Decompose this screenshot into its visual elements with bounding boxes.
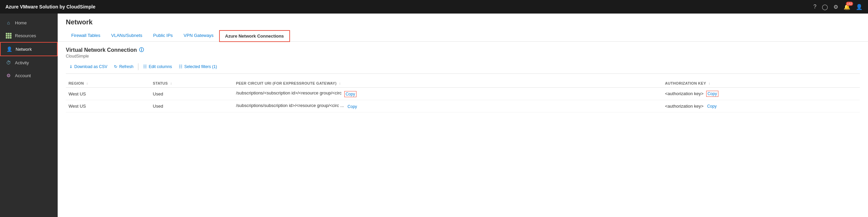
page-header: Network Firewall Tables VLANs/Subnets Pu…: [58, 14, 868, 42]
account-icon[interactable]: 👤: [856, 4, 863, 10]
sidebar-label-home: Home: [15, 20, 27, 25]
col-region: REGION ↕: [66, 79, 150, 88]
tabs: Firewall Tables VLANs/Subnets Public IPs…: [66, 30, 860, 41]
settings-icon[interactable]: ⚙: [833, 4, 838, 10]
refresh-icon: ↻: [114, 64, 117, 69]
app-layout: ⌂ Home Resources 👤 Network ⏱ Activity ⚙ …: [0, 14, 868, 217]
cell-status-1: Used: [150, 88, 233, 100]
sidebar: ⌂ Home Resources 👤 Network ⏱ Activity ⚙ …: [0, 14, 58, 217]
copy-auth-button-2[interactable]: Copy: [706, 104, 718, 109]
sidebar-item-home[interactable]: ⌂ Home: [0, 16, 58, 29]
sidebar-label-account: Account: [15, 73, 31, 78]
toolbar-separator: [138, 63, 138, 70]
cell-status-2: Used: [150, 100, 233, 112]
cell-auth-2: <authorization key> Copy: [662, 100, 860, 112]
table-body: West US Used /subscriptions/<subscriptio…: [66, 88, 860, 112]
col-status: STATUS ↕: [150, 79, 233, 88]
edit-columns-button[interactable]: ☷ Edit columns: [140, 63, 175, 71]
activity-icon: ⏱: [5, 60, 12, 66]
table-row: West US Used /subscriptions/<subscriptio…: [66, 88, 860, 100]
sidebar-item-account[interactable]: ⚙ Account: [0, 69, 58, 82]
table-row: West US Used /subscriptions/subscription…: [66, 100, 860, 112]
auth-key-text-1: <authorization key>: [665, 91, 703, 96]
sidebar-label-network: Network: [16, 47, 32, 52]
copy-peer-button-2[interactable]: Copy: [347, 104, 358, 109]
download-csv-button[interactable]: ⇓ Download as CSV: [66, 63, 111, 71]
sidebar-item-resources[interactable]: Resources: [0, 29, 58, 42]
sidebar-label-resources: Resources: [15, 33, 36, 38]
toolbar: ⇓ Download as CSV ↻ Refresh ☷ Edit colum…: [66, 63, 860, 74]
col-auth-key: AUTHORIZATION KEY ↕: [662, 79, 860, 88]
sort-status-icon[interactable]: ↕: [170, 82, 172, 85]
peer-uri-text-1: /subscriptions/<subscription id>/<resour…: [236, 90, 342, 95]
columns-icon: ☷: [143, 64, 147, 69]
tab-publicips[interactable]: Public IPs: [148, 30, 178, 41]
filter-icon: ☷: [179, 64, 182, 69]
section-subtitle: CloudSimple: [66, 54, 860, 59]
cell-region-2: West US: [66, 100, 150, 112]
sidebar-item-activity[interactable]: ⏱ Activity: [0, 56, 58, 69]
tab-vlans[interactable]: VLANs/Subnets: [106, 30, 148, 41]
topbar: Azure VMware Solution by CloudSimple ? ◯…: [0, 0, 868, 14]
main-content: Network Firewall Tables VLANs/Subnets Pu…: [58, 14, 868, 217]
col-peer-circuit: PEER CIRCUIT URI (FOR EXPRESSROUTE GATEW…: [233, 79, 662, 88]
sort-peer-icon[interactable]: ↕: [339, 82, 341, 85]
cell-region-1: West US: [66, 88, 150, 100]
sidebar-item-network[interactable]: 👤 Network: [0, 42, 58, 56]
network-connections-table: REGION ↕ STATUS ↕ PEER CIRCUIT URI (FOR …: [66, 79, 860, 112]
home-icon: ⌂: [5, 20, 12, 26]
sort-region-icon[interactable]: ↕: [86, 82, 88, 85]
account-nav-icon: ⚙: [5, 72, 12, 79]
cell-peer-1: /subscriptions/<subscription id>/<resour…: [233, 88, 662, 100]
tab-vpn[interactable]: VPN Gateways: [178, 30, 219, 41]
sort-auth-icon[interactable]: ↕: [709, 82, 710, 85]
download-icon: ⇓: [69, 64, 73, 69]
bell-icon[interactable]: 🔔: [844, 4, 850, 10]
peer-uri-text-2: /subscriptions/subscription id>/<resourc…: [236, 103, 344, 108]
help-icon[interactable]: ?: [813, 4, 816, 10]
copy-auth-button-1[interactable]: Copy: [706, 91, 718, 97]
resources-icon: [5, 32, 12, 39]
user-circle-icon[interactable]: ◯: [822, 4, 828, 10]
copy-peer-button-1[interactable]: Copy: [344, 91, 356, 97]
cell-peer-2: /subscriptions/subscription id>/<resourc…: [233, 100, 662, 112]
app-brand: Azure VMware Solution by CloudSimple: [5, 4, 95, 9]
refresh-button[interactable]: ↻ Refresh: [111, 63, 137, 71]
section-title-row: Virtual Network Connection ⓘ: [66, 47, 860, 53]
info-icon[interactable]: ⓘ: [139, 47, 144, 53]
content-area: Virtual Network Connection ⓘ CloudSimple…: [58, 42, 868, 217]
network-icon: 👤: [6, 46, 12, 52]
tab-firewall[interactable]: Firewall Tables: [66, 30, 106, 41]
topbar-actions: ? ◯ ⚙ 🔔 👤: [813, 4, 863, 10]
selected-filters-button[interactable]: ☷ Selected filters (1): [175, 63, 220, 71]
table-header: REGION ↕ STATUS ↕ PEER CIRCUIT URI (FOR …: [66, 79, 860, 88]
page-title: Network: [66, 18, 860, 26]
sidebar-label-activity: Activity: [15, 60, 29, 65]
tab-azurenet[interactable]: Azure Network Connections: [219, 30, 290, 42]
section-title-text: Virtual Network Connection: [66, 47, 137, 53]
auth-key-text-2: <authorization key>: [665, 104, 703, 109]
cell-auth-1: <authorization key> Copy: [662, 88, 860, 100]
